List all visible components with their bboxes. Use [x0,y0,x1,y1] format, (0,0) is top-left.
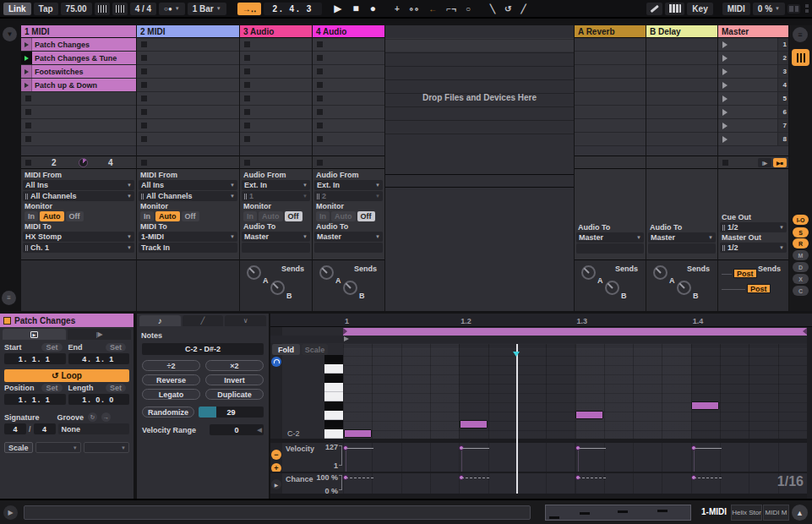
toggle-controls-button[interactable]: C [793,286,809,296]
empty-clip-slot[interactable] [137,133,239,146]
session-view-button[interactable]: ▶■ [773,158,787,167]
io-input-select[interactable]: Ext. In▼ [242,180,310,190]
empty-clip-slot[interactable] [137,65,239,79]
start-set-button[interactable]: Set [41,343,62,352]
empty-clip-slot[interactable] [240,52,312,65]
io-input-channel-select[interactable]: 2▼ [314,191,383,201]
cpu-load-meter[interactable]: 0 %▼ [753,3,785,15]
empty-clip-slot[interactable] [240,79,312,92]
send-a-knob[interactable] [581,265,596,280]
empty-clip-slot[interactable] [313,133,384,146]
track-header[interactable]: 3 Audio [240,25,312,38]
track-stop-button[interactable] [317,160,323,166]
back-to-arrangement-button[interactable]: ← [425,4,440,14]
loop-brace[interactable] [343,328,807,336]
mixer-view-button[interactable] [792,49,809,66]
empty-clip-slot[interactable] [137,92,239,106]
scale-root-select[interactable]: ▼ [35,442,81,453]
return-header[interactable]: B Delay [646,25,717,38]
tab-envelopes[interactable]: ╱ [183,315,224,326]
invert-button[interactable]: Invert [205,374,264,385]
arrangement-view-button[interactable]: |▶ [758,158,771,167]
io-input-select[interactable]: All Ins▼ [139,180,237,190]
empty-clip-slot[interactable] [313,92,384,106]
randomize-amount-slider[interactable]: 29 [199,407,264,418]
io-output-select[interactable]: Master▼ [576,232,644,243]
white-key[interactable] [324,429,343,439]
empty-clip-slot[interactable] [313,65,384,79]
monitor-auto-button[interactable]: Auto [155,211,180,221]
scale-highlight-button[interactable]: Scale [302,344,328,355]
white-key[interactable] [324,411,343,420]
master-out-select[interactable]: 1/2▼ [720,243,787,253]
empty-clip-slot[interactable] [21,106,136,119]
scene-slot[interactable]: 2 [718,52,788,65]
scene-menu-button[interactable]: ≡ [793,27,808,42]
empty-clip-slot[interactable] [21,133,136,146]
toggle-sends-button[interactable]: S [793,227,809,237]
send-b-knob[interactable] [343,281,357,295]
io-output-channel-select[interactable]: Track In [139,243,237,253]
tap-tempo-button[interactable]: Tap [34,3,58,15]
scene-slot[interactable]: 5 [718,92,788,106]
empty-clip-slot[interactable] [313,106,384,119]
empty-clip-slot[interactable] [137,79,239,92]
computer-midi-keyboard-button[interactable] [665,3,684,15]
toggle-io-button[interactable]: I-O [793,215,809,225]
io-output-channel-select[interactable] [242,243,310,253]
send-b-post-button[interactable]: Post [747,284,771,293]
scale-toggle-button[interactable]: Scale [4,442,33,453]
io-output-channel-select[interactable]: Ch. 1▼ [23,243,134,253]
empty-clip-slot[interactable] [313,52,384,65]
scene-slot[interactable]: 8 [718,133,788,146]
stop-all-clips-button[interactable] [722,160,728,166]
signature-numerator-field[interactable]: 4 [4,423,26,434]
send-a-post-button[interactable]: Post [733,269,757,278]
status-bar-field[interactable] [24,505,531,520]
record-button[interactable]: ● [366,3,380,14]
toggle-crossfade-button[interactable]: X [793,274,809,284]
tempo-field[interactable]: 75.00 [61,3,92,15]
beat-time-ruler[interactable] [270,314,812,327]
tab-expression[interactable]: ∨ [225,315,266,326]
master-header[interactable]: Master [718,25,788,38]
clip-overview[interactable] [545,505,691,521]
note-grid[interactable] [343,344,807,439]
tab-launch-view[interactable]: |▶ [68,329,131,340]
monitor-auto-button[interactable]: Auto [40,211,64,221]
arrangement-position-field[interactable]: 2. 4. 3 [264,3,322,15]
toggle-delay-button[interactable]: D [793,262,809,272]
preview-headphone-button[interactable] [271,357,281,367]
drop-area[interactable]: Drop Files and Devices Here [385,25,574,311]
empty-clip-slot[interactable] [313,79,384,92]
halve-time-button[interactable]: ÷2 [142,360,200,371]
groove-select[interactable]: None [58,423,129,434]
io-input-channel-select[interactable]: 1▼ [242,191,310,201]
black-key[interactable] [324,374,343,383]
white-key[interactable] [324,383,343,392]
play-button[interactable]: ▶ [330,3,346,14]
track-stop-button[interactable] [25,160,31,166]
length-set-button[interactable]: Set [106,384,126,392]
io-output-select[interactable]: Master▼ [314,232,383,242]
clip-activator-button[interactable] [3,317,11,325]
clip-slot[interactable]: Footswitches [21,65,136,79]
chance-lane[interactable] [343,473,807,494]
send-a-knob[interactable] [247,265,261,280]
monitor-in-button[interactable]: In [243,211,257,221]
empty-clip-slot[interactable] [21,119,136,133]
scale-name-select[interactable]: ▼ [84,442,129,453]
monitor-off-button[interactable]: Off [66,211,84,221]
clip-slot[interactable]: Patch Changes [21,38,136,52]
monitor-off-button[interactable]: Off [357,211,375,221]
punch-in-button[interactable]: ╲ [487,4,499,14]
start-value-field[interactable]: 1. 1. 1 [4,353,66,364]
io-output-channel-select[interactable] [576,243,644,254]
toggle-mixer-button[interactable]: M [793,250,809,260]
io-output-channel-select[interactable] [314,243,383,253]
info-view-toggle-button[interactable]: ≡ [2,291,16,305]
velocity-range-field[interactable]: 0 ◀ [210,424,264,435]
key-map-button[interactable]: Key [687,3,712,15]
black-key[interactable] [324,355,343,364]
commit-groove-icon[interactable]: → [101,412,111,422]
